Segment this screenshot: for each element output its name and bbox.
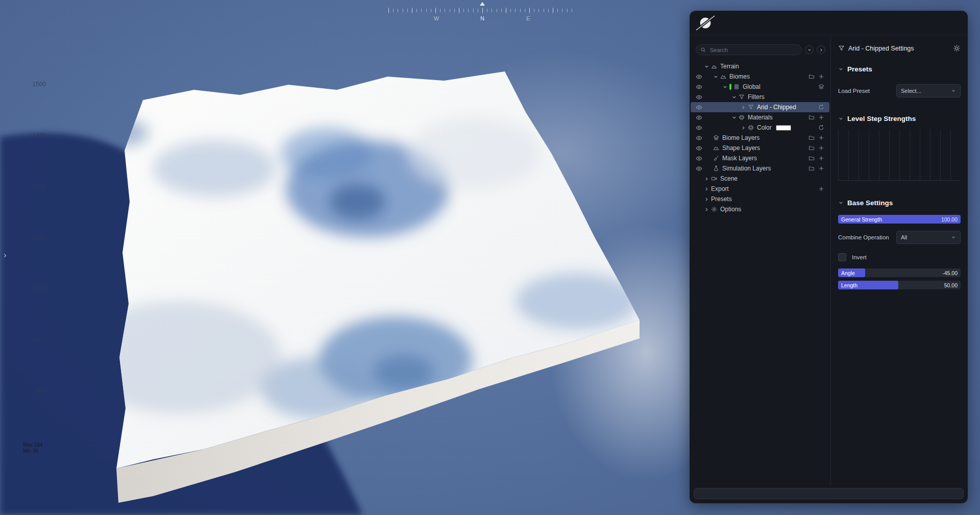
tree-item-global[interactable]: Global (691, 82, 829, 92)
section-base-settings[interactable]: Base Settings (838, 199, 961, 207)
visibility-eye-icon[interactable] (696, 104, 704, 111)
combine-operation-dropdown[interactable]: All (896, 231, 961, 244)
length-slider[interactable]: Length 50.00 (838, 281, 961, 289)
tree-item-presets[interactable]: Presets (691, 194, 829, 204)
settings-title: Arid - Chipped Settings (848, 45, 914, 52)
tree-item-color[interactable]: Color (691, 122, 829, 133)
add-icon[interactable] (818, 155, 824, 161)
add-icon[interactable] (818, 114, 824, 120)
tree-item-mask-layers[interactable]: Mask Layers (691, 153, 829, 163)
compass-east-label: E (526, 15, 530, 21)
tree-item-options[interactable]: Options (691, 204, 829, 214)
chevron-right-icon[interactable] (704, 207, 711, 212)
elevation-scale: 1500 1400 1300 1200 1100 1000 900 (14, 0, 46, 515)
flask-icon (713, 165, 721, 171)
visibility-eye-icon[interactable] (696, 114, 704, 121)
tree-item-simulation-layers[interactable]: Simulation Layers (691, 163, 829, 174)
expand-all-button[interactable] (817, 45, 825, 54)
tree-item-arid-chipped[interactable]: Arid - Chipped (691, 102, 829, 112)
biome-color-tag (729, 84, 731, 90)
settings-inspector: Arid - Chipped Settings Presets Load Pre… (831, 35, 968, 486)
tree-item-biomes[interactable]: Biomes (691, 71, 829, 82)
editor-panel: Terrain Biomes Global (690, 11, 968, 503)
combine-operation-label: Combine Operation (838, 234, 889, 240)
layers-icon (713, 135, 721, 141)
visibility-eye-icon[interactable] (696, 84, 704, 90)
add-icon[interactable] (818, 135, 824, 141)
add-icon[interactable] (818, 165, 824, 171)
settings-gear-button[interactable] (953, 44, 961, 52)
compass[interactable]: W N E (388, 2, 576, 26)
visibility-eye-icon[interactable] (696, 155, 704, 162)
chevron-right-icon[interactable] (704, 197, 711, 202)
expand-left-panel-chevron[interactable]: › (4, 250, 7, 260)
status-bar[interactable] (694, 488, 964, 499)
tree-item-shape-layers[interactable]: Shape Layers (691, 143, 829, 153)
visibility-eye-icon[interactable] (696, 145, 704, 152)
folder-icon[interactable] (808, 73, 815, 80)
angle-value: -45.00 (942, 270, 958, 276)
preset-select-dropdown[interactable]: Select... (896, 84, 961, 97)
search-input-wrap[interactable] (696, 44, 802, 55)
filter-icon (739, 94, 746, 100)
chevron-right-icon[interactable] (741, 125, 748, 131)
folder-icon[interactable] (808, 165, 815, 171)
filter-icon (748, 104, 755, 110)
visibility-eye-icon[interactable] (696, 165, 704, 172)
mountain-icon (713, 145, 721, 151)
layers-icon[interactable] (818, 84, 824, 90)
chevron-down-icon[interactable] (722, 84, 729, 90)
chevron-down-icon[interactable] (731, 94, 739, 100)
visibility-eye-icon[interactable] (696, 73, 704, 80)
video-camera-icon (711, 176, 719, 182)
chevron-down-icon[interactable] (731, 115, 739, 120)
search-input[interactable] (709, 46, 797, 54)
sphere-icon (739, 114, 746, 120)
mountain-icon (720, 73, 728, 80)
app-toolbar (690, 11, 968, 35)
gear-icon (711, 206, 719, 212)
chevron-down-icon (951, 235, 956, 240)
angle-slider[interactable]: Angle -45.00 (838, 268, 961, 277)
folder-icon[interactable] (808, 145, 815, 151)
tree-item-terrain[interactable]: Terrain (691, 61, 829, 71)
tree-item-biome-layers[interactable]: Biome Layers (691, 133, 829, 143)
visibility-eye-icon[interactable] (696, 94, 704, 101)
tree-item-export[interactable]: Export (691, 184, 829, 194)
chevron-down-icon[interactable] (704, 64, 711, 69)
color-swatch[interactable] (776, 125, 791, 131)
general-strength-slider[interactable]: General Strength 100.00 (838, 215, 961, 224)
folder-icon[interactable] (808, 135, 815, 141)
chevron-right-icon[interactable] (704, 176, 711, 182)
general-strength-value: 100.00 (941, 216, 958, 223)
brush-icon (713, 155, 721, 161)
add-icon[interactable] (818, 145, 824, 151)
compass-west-label: W (434, 15, 439, 21)
visibility-eye-icon[interactable] (696, 125, 704, 131)
compass-heading-marker (480, 2, 485, 6)
section-presets[interactable]: Presets (838, 65, 961, 73)
max-elevation: Max 184 (23, 442, 42, 448)
chevron-down-icon (838, 66, 844, 72)
tree-item-materials[interactable]: Materials (691, 112, 829, 122)
section-level-step-strengths[interactable]: Level Step Strengths (838, 115, 961, 122)
folder-icon[interactable] (808, 114, 815, 120)
add-icon[interactable] (818, 73, 824, 80)
chevron-right-icon[interactable] (741, 105, 748, 110)
scene-tree: Terrain Biomes Global (690, 35, 831, 486)
terrain-icon (711, 63, 719, 69)
visibility-eye-icon[interactable] (696, 135, 704, 141)
tree-item-scene[interactable]: Scene (691, 174, 829, 184)
elevation-minmax: Max 184 Min 36 (23, 442, 42, 454)
refresh-icon[interactable] (818, 104, 824, 110)
add-icon[interactable] (818, 186, 824, 192)
tree-item-filters[interactable]: Filters (691, 92, 829, 102)
folder-icon[interactable] (808, 155, 815, 161)
collapse-all-button[interactable] (805, 45, 814, 54)
min-elevation: Min 36 (23, 448, 42, 454)
chevron-right-icon[interactable] (704, 186, 711, 192)
chevron-down-icon[interactable] (713, 74, 720, 80)
refresh-icon[interactable] (818, 125, 824, 131)
invert-checkbox[interactable] (838, 253, 846, 261)
chevron-down-icon (951, 88, 956, 93)
